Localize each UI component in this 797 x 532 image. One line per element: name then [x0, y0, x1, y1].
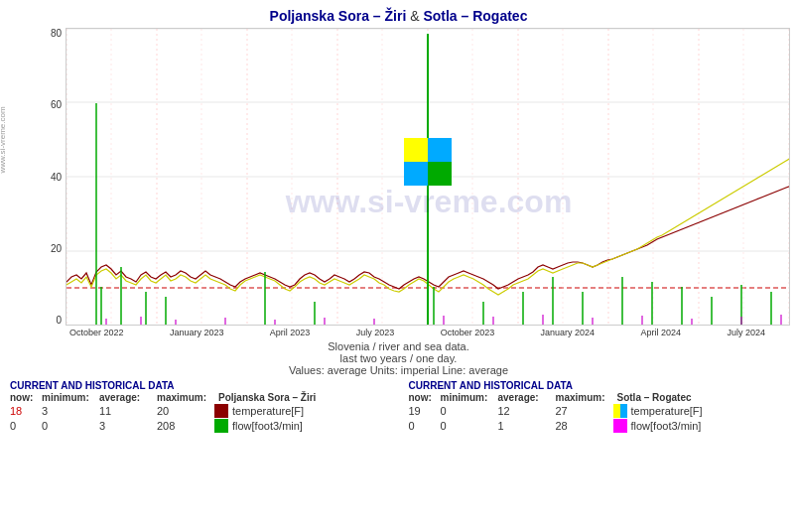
svg-marker-57: [789, 322, 790, 326]
x-label-apr2024: April 2024: [641, 328, 682, 337]
chart-svg: www.si-vreme.com: [66, 28, 790, 326]
col2-h-now: now:: [409, 392, 441, 403]
chart-title: Poljanska Sora – Žiri & Sotla – Rogatec: [0, 0, 797, 28]
data-section-1: CURRENT AND HISTORICAL DATA now: minimum…: [10, 380, 389, 433]
y-label-40: 40: [51, 172, 62, 183]
col2-h-min: minimum:: [441, 392, 498, 403]
s1-flow-avg: 3: [99, 420, 157, 432]
svg-rect-61: [428, 162, 452, 186]
page-wrapper: Poljanska Sora – Žiri & Sotla – Rogatec …: [0, 0, 797, 532]
s1-temp-max: 20: [157, 405, 214, 417]
s2-flow-color: [613, 419, 627, 433]
col-h-max: maximum:: [157, 392, 214, 403]
s2-flow-min: 0: [441, 420, 498, 432]
col2-h-max: maximum:: [556, 392, 613, 403]
s1-flow-color: [214, 419, 228, 433]
s2-flow-avg: 1: [498, 420, 556, 432]
s1-flow-max: 208: [157, 420, 214, 432]
s2-flow-now: 0: [409, 420, 441, 432]
s1-temp-color: [214, 404, 228, 418]
col-h-station: Poljanska Sora – Žiri: [218, 392, 316, 403]
s1-temp-now: 18: [10, 405, 42, 417]
col-h-now: now:: [10, 392, 42, 403]
svg-rect-59: [428, 138, 452, 162]
x-label-jul2024: July 2024: [727, 328, 765, 337]
svg-text:www.si-vreme.com: www.si-vreme.com: [285, 184, 573, 219]
section1-title: CURRENT AND HISTORICAL DATA: [10, 380, 389, 391]
s2-temp-min: 0: [441, 405, 498, 417]
s1-flow-label: flow[foot3/min]: [232, 420, 303, 432]
x-label-jul2023: July 2023: [356, 328, 395, 337]
s2-temp-now: 19: [409, 405, 441, 417]
s2-temp-avg: 12: [498, 405, 556, 417]
subtitle-line2: last two years / one day.: [0, 352, 797, 364]
s1-flow-min: 0: [42, 420, 99, 432]
s1-temp-avg: 11: [99, 405, 157, 417]
s1-temp-label: temperature[F]: [232, 405, 304, 417]
col-h-min: minimum:: [42, 392, 99, 403]
s2-flow-max: 28: [556, 420, 613, 432]
svg-rect-58: [404, 138, 428, 162]
col2-h-station: Sotla – Rogatec: [617, 392, 692, 403]
svg-rect-60: [404, 162, 428, 186]
s2-temp-max: 27: [556, 405, 613, 417]
subtitle-line3: Values: average Units: imperial Line: av…: [0, 364, 797, 376]
s1-flow-now: 0: [10, 420, 42, 432]
y-label-80: 80: [51, 28, 62, 39]
data-section-2: CURRENT AND HISTORICAL DATA now: minimum…: [409, 380, 788, 433]
y-label-60: 60: [51, 99, 62, 110]
y-label-20: 20: [51, 243, 62, 254]
title-part1: Poljanska Sora – Žiri: [270, 8, 407, 24]
x-label-oct2023: October 2023: [441, 328, 495, 337]
s2-temp-color: [613, 404, 627, 418]
col-h-avg: average:: [99, 392, 157, 403]
x-label-apr2023: April 2023: [270, 328, 311, 337]
title-part2: Sotla – Rogatec: [423, 8, 527, 24]
s2-temp-label: temperature[F]: [631, 405, 703, 417]
sidebar-watermark: www.si-vreme.com: [0, 106, 7, 173]
s1-temp-min: 3: [42, 405, 99, 417]
subtitle-line1: Slovenia / river and sea data.: [0, 340, 797, 352]
x-label-oct2022: October 2022: [69, 328, 124, 337]
col2-h-avg: average:: [498, 392, 556, 403]
y-label-0: 0: [56, 315, 62, 326]
s2-flow-label: flow[foot3/min]: [631, 420, 702, 432]
section2-title: CURRENT AND HISTORICAL DATA: [409, 380, 788, 391]
title-amp: &: [406, 8, 423, 24]
x-label-jan2023: January 2023: [170, 328, 224, 337]
x-label-jan2024: January 2024: [541, 328, 596, 337]
